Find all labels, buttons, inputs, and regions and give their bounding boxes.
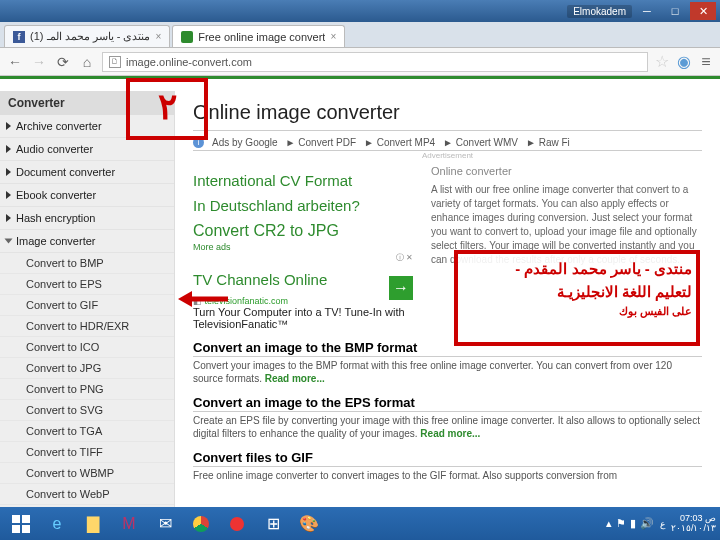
start-button[interactable] [4,510,38,538]
taskbar-mail-icon[interactable]: ✉ [148,510,182,538]
sidebar-header: Converter [0,91,174,115]
read-more-link[interactable]: Read more... [420,428,480,439]
intro-heading: Online converter [431,164,702,179]
section-heading: Convert files to GIF [193,450,702,465]
ads-label: Ads by Google [212,137,278,148]
taskbar-paint-icon[interactable]: 🎨 [292,510,326,538]
system-tray: ▴ ⚑ ▮ 🔊 ع 07:03 ص ٢٠١٥/١٠/١٣ [606,514,716,534]
taskbar: e ▇ M ✉ ⊞ 🎨 ▴ ⚑ ▮ 🔊 ع 07:03 ص ٢٠١٥/١٠/١٣ [0,507,720,540]
taskbar-explorer-icon[interactable]: ▇ [76,510,110,538]
sub-jpg[interactable]: Convert to JPG [0,358,174,379]
svg-rect-4 [12,525,20,533]
forward-button[interactable]: → [30,53,48,71]
extension-icon[interactable]: ◉ [676,54,692,70]
url-input[interactable]: 🗋 image.online-convert.com [102,52,648,72]
taskbar-apps-icon[interactable]: ⊞ [256,510,290,538]
section-heading: Convert an image to the EPS format [193,395,702,410]
svg-rect-3 [22,515,30,523]
sub-bmp[interactable]: Convert to BMP [0,253,174,274]
ad-link-tv[interactable]: TV Channels Online [193,271,413,288]
sub-gif[interactable]: Convert to GIF [0,295,174,316]
tray-net-icon[interactable]: ▮ [630,517,636,530]
sidebar-item-ebook[interactable]: Ebook converter [0,184,174,207]
svg-rect-2 [12,515,20,523]
taskbar-opera-icon[interactable] [220,510,254,538]
advert-label: Advertisement [193,151,702,160]
tray-lang[interactable]: ع [660,519,665,529]
sub-png[interactable]: Convert to PNG [0,379,174,400]
window-user: Elmokadem [567,5,632,18]
browser-tab-1[interactable]: Free online image convert × [172,25,345,47]
section-heading: Convert an image to the BMP format [193,340,702,355]
ad-link-cv[interactable]: International CV Format [193,172,413,189]
sub-ico[interactable]: Convert to ICO [0,337,174,358]
minimize-button[interactable]: ─ [634,2,660,20]
tray-vol-icon[interactable]: 🔊 [640,517,654,530]
sub-wbmp[interactable]: Convert to WBMP [0,463,174,484]
read-more-link[interactable]: Read more... [265,373,325,384]
sub-hdr[interactable]: Convert to HDR/EXR [0,316,174,337]
taskbar-app-icon[interactable]: M [112,510,146,538]
ads-link[interactable]: ► Convert PDF [286,137,356,148]
ads-link[interactable]: ► Convert WMV [443,137,518,148]
section-text: Create an EPS file by converting your im… [193,414,702,440]
tray-up-icon[interactable]: ▴ [606,517,612,530]
home-button[interactable]: ⌂ [78,53,96,71]
close-button[interactable]: ✕ [690,2,716,20]
maximize-button[interactable]: □ [662,2,688,20]
reload-button[interactable]: ⟳ [54,53,72,71]
browser-tab-0[interactable]: f (1) منتدى - ياسر محمد المـ × [4,25,170,47]
menu-icon[interactable]: ≡ [698,54,714,70]
facebook-icon: f [13,31,25,43]
main-content: Online image converter i Ads by Google ►… [175,91,720,507]
info-icon: i [193,137,204,148]
tab-strip: f (1) منتدى - ياسر محمد المـ × Free onli… [0,22,720,48]
sub-webp[interactable]: Convert to WebP [0,484,174,505]
sub-tga[interactable]: Convert to TGA [0,421,174,442]
ad-close-icon[interactable]: ⓘ ✕ [193,252,413,263]
tab-close-icon[interactable]: × [155,31,161,42]
ads-link[interactable]: ► Convert MP4 [364,137,435,148]
sub-eps[interactable]: Convert to EPS [0,274,174,295]
sidebar-item-hash[interactable]: Hash encryption [0,207,174,230]
window-titlebar: Elmokadem ─ □ ✕ [0,0,720,22]
sidebar-item-audio[interactable]: Audio converter [0,138,174,161]
ad-link-de[interactable]: In Deutschland arbeiten? [193,197,413,214]
taskbar-ie-icon[interactable]: e [40,510,74,538]
back-button[interactable]: ← [6,53,24,71]
section-text: Convert your images to the BMP format wi… [193,359,702,385]
address-bar: ← → ⟳ ⌂ 🗋 image.online-convert.com ☆ ◉ ≡ [0,48,720,76]
ad-link-cr2[interactable]: Convert CR2 to JPG [193,222,413,240]
sub-svg[interactable]: Convert to SVG [0,400,174,421]
section-text: Free online image converter to convert i… [193,469,702,482]
ads-bar: i Ads by Google ► Convert PDF ► Convert … [193,135,702,151]
ad-desc: Turn Your Computer into a TV! Tune-In wi… [193,306,413,330]
sidebar-item-image[interactable]: Image converter [0,230,174,253]
ad-host: ◧ televisionfanatic.com [193,296,413,306]
sub-tiff[interactable]: Convert to TIFF [0,442,174,463]
site-icon [181,31,193,43]
ads-link[interactable]: ► Raw Fi [526,137,570,148]
intro-text: A list with our free online image conver… [431,183,702,267]
bookmark-star-icon[interactable]: ☆ [654,54,670,70]
tray-clock[interactable]: 07:03 ص ٢٠١٥/١٠/١٣ [671,514,716,534]
svg-rect-5 [22,525,30,533]
page-icon: 🗋 [109,56,121,68]
taskbar-chrome-icon[interactable] [184,510,218,538]
page-title: Online image converter [193,101,702,124]
sidebar-item-archive[interactable]: Archive converter [0,115,174,138]
tray-flag-icon[interactable]: ⚑ [616,517,626,530]
go-arrow-icon[interactable]: → [389,276,413,300]
more-ads-link[interactable]: More ads [193,242,413,252]
tab-close-icon[interactable]: × [330,31,336,42]
sidebar: Converter Archive converter Audio conver… [0,91,175,507]
sidebar-item-document[interactable]: Document converter [0,161,174,184]
